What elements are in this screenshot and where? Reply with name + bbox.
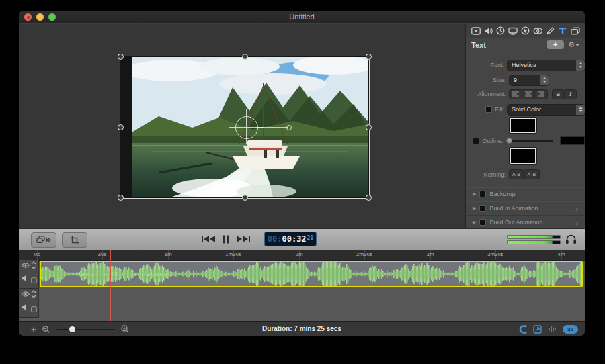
size-select[interactable]: 9 [510, 75, 549, 85]
bold-button[interactable]: B [553, 90, 564, 99]
outline-row: Outline: [466, 136, 585, 145]
build-in-checkbox[interactable] [479, 205, 486, 212]
kerning-tighten-button[interactable]: A B [510, 170, 523, 179]
timeline-ruler[interactable]: 0s 30s 1m 1m30s 2m 2m30s 3m 3m30s 4m [19, 250, 585, 261]
scale-to-fit-icon[interactable] [533, 325, 542, 334]
track-visibility-icon[interactable] [22, 263, 30, 268]
resize-handle-nw[interactable] [118, 54, 124, 60]
font-label: Font: [466, 62, 508, 69]
annotations-icon[interactable] [545, 26, 555, 36]
video-motion-icon[interactable] [495, 26, 506, 36]
ruler-tick: 0s [34, 251, 40, 257]
ruler-tick: 3m [426, 251, 434, 257]
level-meter-left [507, 235, 561, 239]
resize-handle-sw[interactable] [118, 195, 124, 201]
stepper-icon [540, 75, 549, 85]
build-in-animation-section[interactable]: ▶ Build In Animation › [466, 201, 585, 216]
clip-name: Hawaii in 4K - Inspirational [76, 262, 170, 286]
duration-label: Duration: 7 mins 25 secs [19, 322, 585, 336]
outline-checkbox[interactable] [473, 138, 479, 144]
outline-width-preview [560, 136, 585, 145]
backdrop-checkbox[interactable] [479, 191, 486, 197]
level-meter-right [507, 240, 561, 244]
alignment-label: Alignment: [466, 91, 510, 97]
disclosure-triangle-icon[interactable]: ▶ [473, 191, 476, 197]
outline-color-well[interactable] [510, 148, 536, 164]
track-reorder-icons[interactable] [31, 290, 36, 298]
ruler-tick: 4m [557, 251, 565, 257]
fill-type-select[interactable]: Solid Color [508, 105, 585, 115]
audio-properties-icon[interactable] [483, 26, 493, 36]
resize-handle-s[interactable] [242, 195, 248, 201]
italic-button[interactable]: I [565, 90, 576, 99]
export-share-button[interactable] [31, 232, 56, 248]
gear-menu-button[interactable]: ⚙ [568, 40, 579, 49]
video-properties-icon[interactable] [471, 26, 481, 36]
media-library-icon[interactable] [570, 26, 580, 36]
chevron-right-icon: › [575, 218, 578, 227]
ruler-tick: 1m [164, 251, 171, 257]
track-2-header [19, 289, 38, 318]
track-mute-icon[interactable] [22, 275, 29, 282]
resize-handle-n[interactable] [242, 54, 248, 60]
resize-handle-se[interactable] [366, 195, 372, 201]
pause-button[interactable] [223, 235, 229, 244]
track-1-header [19, 260, 38, 289]
align-center-button[interactable] [522, 90, 534, 99]
track-mute-icon[interactable] [22, 304, 29, 311]
track-header-column [19, 260, 39, 318]
track-option-box[interactable] [31, 277, 37, 283]
timecode-display: 00:00:3220 [264, 232, 317, 246]
track-visibility-icon[interactable] [22, 291, 30, 297]
outline-label: Outline: [482, 138, 503, 144]
slider-thumb[interactable] [506, 138, 512, 144]
audio-waveform-toggle-icon[interactable] [548, 325, 557, 334]
rotation-handle[interactable] [286, 125, 292, 130]
disclosure-triangle-icon[interactable]: ▶ [473, 220, 476, 225]
fill-checkbox[interactable] [485, 106, 492, 113]
build-out-checkbox[interactable] [479, 219, 486, 226]
stepper-icon [576, 60, 585, 71]
touch-callout-icon[interactable] [533, 26, 543, 36]
callout-icon[interactable] [520, 26, 530, 36]
track-reorder-icons[interactable] [31, 261, 36, 269]
status-bar: + Duration: 7 mins 25 secs 30 [19, 321, 585, 336]
outline-width-slider[interactable] [506, 138, 553, 144]
headphones-monitor-icon[interactable] [565, 234, 577, 244]
add-text-button[interactable]: + [547, 40, 564, 49]
resize-handle-ne[interactable] [366, 54, 372, 60]
build-out-animation-section[interactable]: ▶ Build Out Animation › [466, 216, 585, 230]
timeline[interactable]: 0s 30s 1m 1m30s 2m 2m30s 3m 3m30s 4m [19, 250, 585, 321]
timecode-hours: 00: [268, 234, 282, 244]
playhead[interactable] [110, 250, 111, 321]
preview-canvas[interactable] [19, 24, 466, 230]
panel-title: Text [471, 41, 547, 49]
fast-forward-button[interactable] [237, 235, 250, 243]
disclosure-triangle-icon[interactable]: ▶ [473, 206, 476, 211]
fill-color-well[interactable] [510, 118, 536, 134]
framerate-badge[interactable]: 30 [563, 325, 578, 334]
snapping-magnet-icon[interactable] [518, 325, 527, 334]
backdrop-section[interactable]: ▶ Backdrop [466, 187, 585, 201]
ruler-tick: 2m30s [356, 251, 372, 257]
align-left-button[interactable] [510, 90, 522, 99]
text-tool-icon-active[interactable] [558, 26, 568, 36]
chevron-right-icon: › [575, 204, 578, 213]
size-label: Size: [466, 77, 510, 83]
timeline-tracks[interactable]: Hawaii in 4K - Inspirational [19, 260, 585, 321]
track-option-box[interactable] [31, 306, 37, 312]
resize-handle-e[interactable] [366, 124, 372, 130]
font-select[interactable]: Helvetica [508, 60, 585, 71]
kerning-loosen-button[interactable]: A-B [524, 170, 538, 179]
kerning-label: Kerning: [466, 171, 510, 178]
rewind-button[interactable] [202, 235, 215, 243]
audio-level-meter [507, 235, 561, 245]
text-panel-header: Text + ⚙ [466, 38, 585, 52]
resize-handle-w[interactable] [118, 124, 124, 130]
crop-button[interactable] [62, 232, 87, 248]
screen-recording-icon[interactable] [508, 26, 518, 36]
audio-clip-selected[interactable]: Hawaii in 4K - Inspirational [40, 261, 583, 287]
selected-video-element[interactable] [120, 56, 370, 199]
align-right-button[interactable] [535, 90, 547, 99]
timecode-frames: 20 [307, 232, 314, 241]
